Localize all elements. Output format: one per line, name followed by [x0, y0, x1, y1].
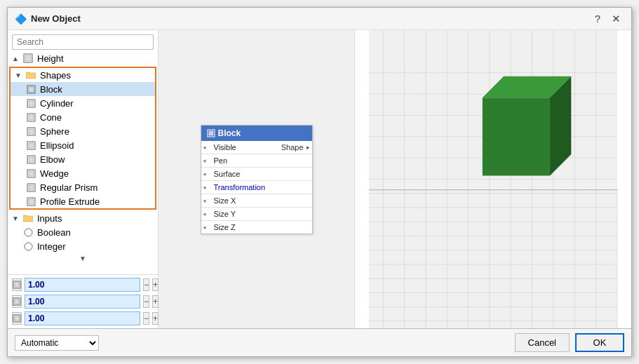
- size-z-input[interactable]: [25, 311, 140, 325]
- property-row-size-z[interactable]: ◂ Size Z: [201, 221, 312, 234]
- scroll-down[interactable]: ▼: [8, 253, 158, 264]
- svg-point-21: [25, 243, 32, 250]
- shape-icon: [25, 182, 37, 193]
- size-y-input[interactable]: [25, 295, 140, 309]
- inputs-list: ▸ Boolean ▸ Integer: [8, 225, 158, 253]
- footer: Automatic Cancel OK: [8, 328, 631, 356]
- block-header-icon: [207, 129, 215, 137]
- prop-expand-arrow: ◂: [201, 224, 211, 231]
- prop-expand-arrow: ◂: [201, 157, 211, 164]
- tree-item-cylinder[interactable]: ▸ Cylinder: [11, 96, 155, 110]
- tree-label-height: Height: [37, 53, 64, 64]
- svg-rect-11: [29, 143, 34, 148]
- tree-item-wedge[interactable]: ▸ Wedge: [11, 166, 155, 180]
- shape-icon: [25, 196, 37, 207]
- prop-row-label: Size Y: [211, 208, 312, 220]
- decrement-x-btn[interactable]: −: [143, 278, 149, 291]
- property-row-transformation[interactable]: ◂ Transformation: [201, 181, 312, 194]
- tree-area: ▲ Height ▼ Shapes: [8, 51, 158, 274]
- inputs-folder-icon: [22, 213, 34, 224]
- viewport-canvas: [355, 30, 631, 328]
- input-icon-3: [12, 312, 22, 325]
- input-icon-1: [12, 278, 22, 291]
- shape-label: Sphere: [40, 126, 69, 137]
- svg-rect-5: [29, 101, 34, 106]
- decrement-y-btn[interactable]: −: [143, 295, 149, 308]
- svg-rect-29: [209, 131, 213, 135]
- svg-rect-9: [29, 129, 34, 134]
- tree-label-shapes: Shapes: [40, 70, 71, 81]
- property-row-pen[interactable]: ◂ Pen: [201, 154, 312, 168]
- shape-icon: [25, 97, 37, 109]
- shape-label: Wedge: [40, 168, 69, 179]
- prop-row-label: Size X: [211, 194, 312, 207]
- tree-item-block[interactable]: ▸ Block: [11, 82, 155, 96]
- prop-expand-arrow: ◂: [201, 144, 211, 151]
- ok-button[interactable]: OK: [575, 333, 624, 352]
- cancel-button[interactable]: Cancel: [515, 333, 570, 352]
- tree-item-regular-prism[interactable]: ▸ Regular Prism: [11, 180, 155, 194]
- size-x-input[interactable]: [25, 278, 140, 292]
- input-label: Boolean: [37, 227, 71, 238]
- property-row-surface[interactable]: ◂ Surface: [201, 168, 312, 181]
- tree-item-ellipsoid[interactable]: ▸ Ellipsoid: [11, 138, 155, 152]
- prop-expand-arrow: ◂: [201, 210, 211, 217]
- increment-z-btn[interactable]: +: [152, 312, 159, 325]
- shape-icon: [25, 140, 37, 151]
- tree-item-integer[interactable]: ▸ Integer: [8, 239, 158, 253]
- input-icon-2: [12, 295, 22, 308]
- svg-rect-13: [29, 157, 34, 162]
- shape-icon: [25, 112, 37, 123]
- increment-x-btn[interactable]: +: [152, 278, 159, 291]
- decrement-z-btn[interactable]: −: [143, 312, 149, 325]
- property-row-visible[interactable]: ◂ Visible Shape▸: [201, 141, 312, 154]
- svg-rect-7: [29, 115, 34, 120]
- tree-item-sphere[interactable]: ▸ Sphere: [11, 124, 155, 138]
- tree-item-shapes[interactable]: ▼ Shapes: [11, 68, 155, 82]
- prop-expand-arrow: ◂: [201, 170, 211, 177]
- svg-rect-1: [25, 55, 31, 61]
- increment-y-btn[interactable]: +: [152, 295, 159, 308]
- property-table: Block ◂ Visible Shape▸ ◂ Pen ◂ Surface ◂…: [201, 125, 313, 234]
- dialog-title: New Object: [31, 13, 81, 24]
- tree-item-height[interactable]: ▲ Height: [8, 51, 158, 65]
- shape-icon: [25, 83, 37, 95]
- title-controls: ? ✕: [591, 12, 624, 26]
- tree-item-boolean[interactable]: ▸ Boolean: [8, 225, 158, 239]
- property-rows: ◂ Visible Shape▸ ◂ Pen ◂ Surface ◂ Trans…: [201, 141, 312, 234]
- property-row-size-x[interactable]: ◂ Size X: [201, 194, 312, 208]
- svg-rect-15: [29, 171, 34, 176]
- tree-arrow-height: ▲: [12, 55, 22, 62]
- svg-rect-3: [29, 87, 34, 92]
- prop-expand-arrow: ◂: [201, 184, 211, 191]
- shape-label: Elbow: [40, 154, 65, 165]
- prop-row-label: Pen: [211, 154, 312, 167]
- footer-left: Automatic: [15, 335, 99, 351]
- shape-label: Ellipsoid: [40, 140, 74, 151]
- tree-item-inputs[interactable]: ▼ Inputs: [8, 211, 158, 225]
- tree-item-elbow[interactable]: ▸ Elbow: [11, 152, 155, 166]
- input-shape-icon: [22, 227, 34, 238]
- property-row-size-y[interactable]: ◂ Size Y: [201, 208, 312, 221]
- svg-rect-27: [15, 316, 19, 321]
- shape-icon: [25, 168, 37, 179]
- shapes-list: ▸ Block ▸ Cylinder ▸ Cone ▸ Sphere ▸ Ell…: [11, 82, 155, 208]
- close-button[interactable]: ✕: [608, 12, 624, 26]
- tree-item-cone[interactable]: ▸ Cone: [11, 110, 155, 124]
- dialog-body: ▲ Height ▼ Shapes: [8, 30, 631, 328]
- mode-dropdown[interactable]: Automatic: [15, 335, 99, 351]
- title-bar: 🔷 New Object ? ✕: [8, 8, 631, 30]
- svg-rect-25: [15, 299, 19, 304]
- prop-row-label: Visible: [211, 141, 271, 154]
- svg-point-20: [25, 229, 32, 236]
- bottom-controls: − + − + − +: [8, 274, 158, 328]
- input-row-3: − +: [12, 311, 154, 325]
- svg-rect-19: [29, 199, 34, 204]
- footer-right: Cancel OK: [515, 333, 624, 352]
- help-button[interactable]: ?: [591, 12, 604, 25]
- tree-item-profile-extrude[interactable]: ▸ Profile Extrude: [11, 194, 155, 208]
- property-title: Block: [218, 128, 241, 138]
- search-input[interactable]: [12, 34, 154, 50]
- shapes-section: ▼ Shapes ▸ Block ▸ Cylinder ▸ Con: [9, 67, 156, 210]
- input-label: Integer: [37, 241, 65, 252]
